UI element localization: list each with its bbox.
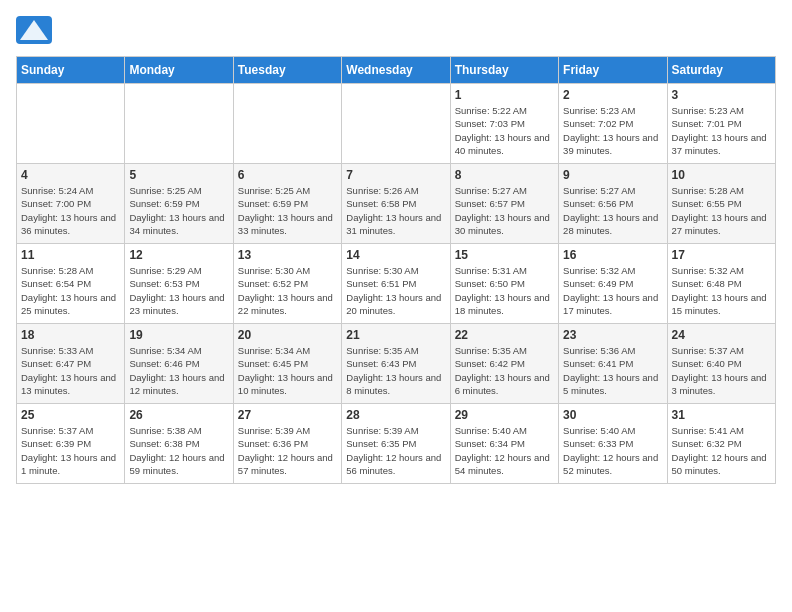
calendar-cell: 11Sunrise: 5:28 AMSunset: 6:54 PMDayligh… — [17, 244, 125, 324]
day-number: 2 — [563, 88, 662, 102]
day-info: Sunrise: 5:25 AMSunset: 6:59 PMDaylight:… — [238, 184, 337, 237]
calendar-cell: 18Sunrise: 5:33 AMSunset: 6:47 PMDayligh… — [17, 324, 125, 404]
day-number: 26 — [129, 408, 228, 422]
page-header — [16, 16, 776, 44]
calendar-cell: 3Sunrise: 5:23 AMSunset: 7:01 PMDaylight… — [667, 84, 775, 164]
day-number: 20 — [238, 328, 337, 342]
calendar-cell: 21Sunrise: 5:35 AMSunset: 6:43 PMDayligh… — [342, 324, 450, 404]
day-number: 3 — [672, 88, 771, 102]
calendar-cell: 19Sunrise: 5:34 AMSunset: 6:46 PMDayligh… — [125, 324, 233, 404]
day-info: Sunrise: 5:34 AMSunset: 6:45 PMDaylight:… — [238, 344, 337, 397]
calendar-cell: 25Sunrise: 5:37 AMSunset: 6:39 PMDayligh… — [17, 404, 125, 484]
day-number: 15 — [455, 248, 554, 262]
day-info: Sunrise: 5:30 AMSunset: 6:52 PMDaylight:… — [238, 264, 337, 317]
day-info: Sunrise: 5:26 AMSunset: 6:58 PMDaylight:… — [346, 184, 445, 237]
logo-icon — [16, 16, 52, 44]
day-number: 29 — [455, 408, 554, 422]
day-number: 8 — [455, 168, 554, 182]
day-number: 21 — [346, 328, 445, 342]
calendar-cell: 12Sunrise: 5:29 AMSunset: 6:53 PMDayligh… — [125, 244, 233, 324]
calendar-cell: 29Sunrise: 5:40 AMSunset: 6:34 PMDayligh… — [450, 404, 558, 484]
day-info: Sunrise: 5:25 AMSunset: 6:59 PMDaylight:… — [129, 184, 228, 237]
day-info: Sunrise: 5:23 AMSunset: 7:01 PMDaylight:… — [672, 104, 771, 157]
calendar-cell: 10Sunrise: 5:28 AMSunset: 6:55 PMDayligh… — [667, 164, 775, 244]
day-info: Sunrise: 5:38 AMSunset: 6:38 PMDaylight:… — [129, 424, 228, 477]
calendar-cell: 8Sunrise: 5:27 AMSunset: 6:57 PMDaylight… — [450, 164, 558, 244]
calendar-cell: 1Sunrise: 5:22 AMSunset: 7:03 PMDaylight… — [450, 84, 558, 164]
day-info: Sunrise: 5:40 AMSunset: 6:34 PMDaylight:… — [455, 424, 554, 477]
week-row-1: 1Sunrise: 5:22 AMSunset: 7:03 PMDaylight… — [17, 84, 776, 164]
day-number: 11 — [21, 248, 120, 262]
calendar-table: SundayMondayTuesdayWednesdayThursdayFrid… — [16, 56, 776, 484]
day-number: 25 — [21, 408, 120, 422]
day-info: Sunrise: 5:32 AMSunset: 6:49 PMDaylight:… — [563, 264, 662, 317]
day-info: Sunrise: 5:32 AMSunset: 6:48 PMDaylight:… — [672, 264, 771, 317]
day-info: Sunrise: 5:35 AMSunset: 6:43 PMDaylight:… — [346, 344, 445, 397]
day-number: 13 — [238, 248, 337, 262]
day-number: 16 — [563, 248, 662, 262]
calendar-cell: 17Sunrise: 5:32 AMSunset: 6:48 PMDayligh… — [667, 244, 775, 324]
day-info: Sunrise: 5:23 AMSunset: 7:02 PMDaylight:… — [563, 104, 662, 157]
calendar-cell: 28Sunrise: 5:39 AMSunset: 6:35 PMDayligh… — [342, 404, 450, 484]
day-info: Sunrise: 5:29 AMSunset: 6:53 PMDaylight:… — [129, 264, 228, 317]
header-saturday: Saturday — [667, 57, 775, 84]
week-row-4: 18Sunrise: 5:33 AMSunset: 6:47 PMDayligh… — [17, 324, 776, 404]
calendar-cell: 14Sunrise: 5:30 AMSunset: 6:51 PMDayligh… — [342, 244, 450, 324]
day-number: 19 — [129, 328, 228, 342]
calendar-cell — [125, 84, 233, 164]
day-number: 4 — [21, 168, 120, 182]
day-number: 12 — [129, 248, 228, 262]
logo — [16, 16, 56, 44]
day-info: Sunrise: 5:35 AMSunset: 6:42 PMDaylight:… — [455, 344, 554, 397]
day-number: 18 — [21, 328, 120, 342]
day-number: 28 — [346, 408, 445, 422]
calendar-cell — [233, 84, 341, 164]
week-row-5: 25Sunrise: 5:37 AMSunset: 6:39 PMDayligh… — [17, 404, 776, 484]
day-number: 7 — [346, 168, 445, 182]
day-info: Sunrise: 5:40 AMSunset: 6:33 PMDaylight:… — [563, 424, 662, 477]
day-info: Sunrise: 5:24 AMSunset: 7:00 PMDaylight:… — [21, 184, 120, 237]
day-info: Sunrise: 5:39 AMSunset: 6:35 PMDaylight:… — [346, 424, 445, 477]
day-info: Sunrise: 5:36 AMSunset: 6:41 PMDaylight:… — [563, 344, 662, 397]
calendar-cell: 5Sunrise: 5:25 AMSunset: 6:59 PMDaylight… — [125, 164, 233, 244]
calendar-cell: 31Sunrise: 5:41 AMSunset: 6:32 PMDayligh… — [667, 404, 775, 484]
header-tuesday: Tuesday — [233, 57, 341, 84]
day-info: Sunrise: 5:33 AMSunset: 6:47 PMDaylight:… — [21, 344, 120, 397]
day-number: 23 — [563, 328, 662, 342]
header-friday: Friday — [559, 57, 667, 84]
calendar-cell — [17, 84, 125, 164]
calendar-cell: 9Sunrise: 5:27 AMSunset: 6:56 PMDaylight… — [559, 164, 667, 244]
header-row: SundayMondayTuesdayWednesdayThursdayFrid… — [17, 57, 776, 84]
header-monday: Monday — [125, 57, 233, 84]
calendar-cell: 26Sunrise: 5:38 AMSunset: 6:38 PMDayligh… — [125, 404, 233, 484]
calendar-cell: 13Sunrise: 5:30 AMSunset: 6:52 PMDayligh… — [233, 244, 341, 324]
calendar-cell — [342, 84, 450, 164]
week-row-3: 11Sunrise: 5:28 AMSunset: 6:54 PMDayligh… — [17, 244, 776, 324]
day-number: 1 — [455, 88, 554, 102]
day-info: Sunrise: 5:34 AMSunset: 6:46 PMDaylight:… — [129, 344, 228, 397]
calendar-cell: 16Sunrise: 5:32 AMSunset: 6:49 PMDayligh… — [559, 244, 667, 324]
header-sunday: Sunday — [17, 57, 125, 84]
day-number: 9 — [563, 168, 662, 182]
day-number: 30 — [563, 408, 662, 422]
day-number: 17 — [672, 248, 771, 262]
calendar-cell: 30Sunrise: 5:40 AMSunset: 6:33 PMDayligh… — [559, 404, 667, 484]
calendar-cell: 24Sunrise: 5:37 AMSunset: 6:40 PMDayligh… — [667, 324, 775, 404]
day-number: 22 — [455, 328, 554, 342]
day-info: Sunrise: 5:30 AMSunset: 6:51 PMDaylight:… — [346, 264, 445, 317]
calendar-cell: 7Sunrise: 5:26 AMSunset: 6:58 PMDaylight… — [342, 164, 450, 244]
day-info: Sunrise: 5:22 AMSunset: 7:03 PMDaylight:… — [455, 104, 554, 157]
day-number: 10 — [672, 168, 771, 182]
day-info: Sunrise: 5:31 AMSunset: 6:50 PMDaylight:… — [455, 264, 554, 317]
day-info: Sunrise: 5:37 AMSunset: 6:39 PMDaylight:… — [21, 424, 120, 477]
calendar-cell: 6Sunrise: 5:25 AMSunset: 6:59 PMDaylight… — [233, 164, 341, 244]
day-number: 5 — [129, 168, 228, 182]
day-number: 14 — [346, 248, 445, 262]
calendar-cell: 2Sunrise: 5:23 AMSunset: 7:02 PMDaylight… — [559, 84, 667, 164]
day-number: 31 — [672, 408, 771, 422]
day-info: Sunrise: 5:39 AMSunset: 6:36 PMDaylight:… — [238, 424, 337, 477]
day-info: Sunrise: 5:28 AMSunset: 6:55 PMDaylight:… — [672, 184, 771, 237]
calendar-cell: 27Sunrise: 5:39 AMSunset: 6:36 PMDayligh… — [233, 404, 341, 484]
calendar-cell: 15Sunrise: 5:31 AMSunset: 6:50 PMDayligh… — [450, 244, 558, 324]
day-number: 27 — [238, 408, 337, 422]
